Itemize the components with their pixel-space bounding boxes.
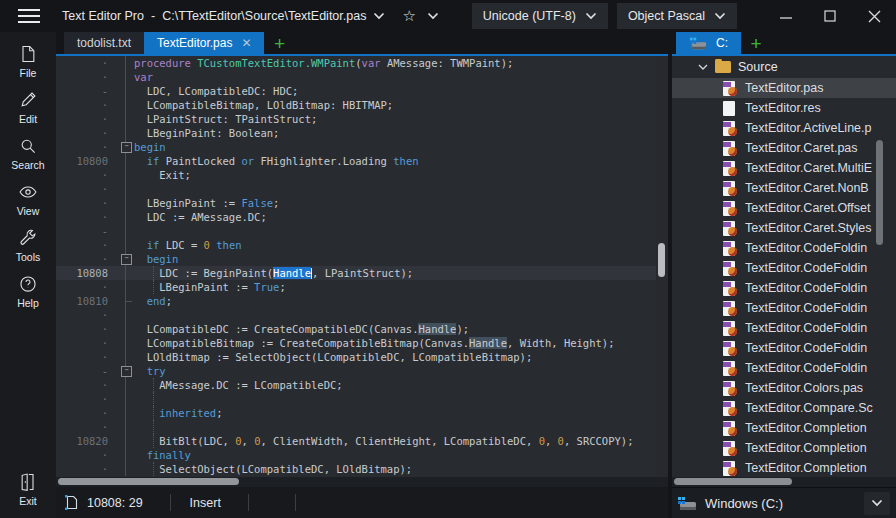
tab-close-icon[interactable]: ✕ <box>241 37 251 49</box>
code-line[interactable]: - LDC, LCompatibleDC: HDC; <box>56 84 656 98</box>
file-item[interactable]: TextEditor.Completion <box>672 458 896 477</box>
code-line[interactable]: · <box>56 420 656 434</box>
code-line[interactable]: · inherited; <box>56 406 656 420</box>
code-line[interactable]: · LBeginPaint := False; <box>56 196 656 210</box>
code-text: LBeginPaint: Boolean; <box>134 126 279 140</box>
code-line[interactable]: - try <box>56 364 656 378</box>
file-item[interactable]: TextEditor.CodeFoldin <box>672 338 896 358</box>
file-item[interactable]: TextEditor.Caret.NonB <box>672 178 896 198</box>
drive-selector[interactable]: Windows (C:) <box>672 487 896 518</box>
code-line[interactable]: · <box>56 182 656 196</box>
file-item[interactable]: TextEditor.CodeFoldin <box>672 238 896 258</box>
code-line[interactable]: ·var <box>56 70 656 84</box>
code-line[interactable]: · AMessage.DC := LCompatibleDC; <box>56 378 656 392</box>
line-number: · <box>56 168 118 182</box>
code-line[interactable]: · <box>56 308 656 322</box>
tab-drive-c[interactable]: C: <box>676 32 741 54</box>
code-fold-marker[interactable] <box>118 252 134 266</box>
code-line[interactable]: - <box>56 224 656 238</box>
code-text: AMessage.DC := LCompatibleDC; <box>134 378 343 392</box>
file-item[interactable]: TextEditor.Colors.pas <box>672 378 896 398</box>
file-item[interactable]: TextEditor.pas <box>672 78 896 98</box>
tab-todolist[interactable]: todolist.txt <box>64 32 144 54</box>
editor-vertical-scrollbar[interactable] <box>656 56 668 477</box>
code-editor[interactable]: ·procedure TCustomTextEditor.WMPaint(var… <box>56 56 656 477</box>
code-line[interactable]: · if LDC = 0 then <box>56 238 656 252</box>
code-line[interactable]: · finally <box>56 448 656 462</box>
code-line[interactable]: ·procedure TCustomTextEditor.WMPaint(var… <box>56 56 656 70</box>
chevron-down-icon[interactable] <box>373 12 385 20</box>
code-line[interactable]: 10808 LDC := BeginPaint(Handle, LPaintSt… <box>56 266 656 280</box>
file-item[interactable]: TextEditor.Caret.Offset <box>672 198 896 218</box>
code-line[interactable]: · LCompatibleDC := CreateCompatibleDC(Ca… <box>56 322 656 336</box>
encoding-selector[interactable]: Unicode (UTF-8) <box>472 3 608 29</box>
chevron-down-icon[interactable] <box>427 12 439 20</box>
file-item[interactable]: TextEditor.CodeFoldin <box>672 358 896 378</box>
sidebar-item-exit[interactable]: Exit <box>0 466 56 512</box>
file-item[interactable]: TextEditor.ActiveLine.p <box>672 118 896 138</box>
code-line[interactable]: · SelectObject(LCompatibleDC, LOldBitmap… <box>56 462 656 476</box>
file-item[interactable]: TextEditor.CodeFoldin <box>672 258 896 278</box>
code-text: LCompatibleBitmap := CreateCompatibleBit… <box>134 336 614 350</box>
file-item[interactable]: TextEditor.CodeFoldin <box>672 318 896 338</box>
tab-texteditor-pas[interactable]: TextEditor.pas ✕ <box>144 32 264 54</box>
file-item[interactable]: TextEditor.res <box>672 98 896 118</box>
sidebar-item-file[interactable]: File <box>0 38 56 84</box>
maximize-button[interactable] <box>808 0 852 32</box>
file-item[interactable]: TextEditor.CodeFoldin <box>672 298 896 318</box>
code-fold-marker[interactable] <box>118 364 134 378</box>
code-line[interactable]: · Exit; <box>56 168 656 182</box>
chevron-down-icon <box>871 499 883 507</box>
file-item[interactable]: TextEditor.CodeFoldin <box>672 278 896 298</box>
folder-source[interactable]: Source <box>672 56 896 78</box>
scrollbar-thumb[interactable] <box>674 478 792 485</box>
scrollbar-thumb[interactable] <box>658 243 665 277</box>
file-item[interactable]: TextEditor.Completion <box>672 438 896 458</box>
code-line[interactable]: · LBeginPaint: Boolean; <box>56 126 656 140</box>
code-text: begin <box>134 252 178 266</box>
drive-selector-dropdown-button[interactable] <box>864 492 890 515</box>
menu-icon[interactable] <box>18 9 40 23</box>
sidebar-item-tools[interactable]: Tools <box>0 222 56 268</box>
file-item[interactable]: TextEditor.Completion <box>672 418 896 438</box>
line-number: 10820 <box>56 434 118 448</box>
code-fold-marker[interactable] <box>118 140 134 154</box>
scrollbar-thumb[interactable] <box>58 478 239 485</box>
code-line[interactable]: · <box>56 392 656 406</box>
favorite-star-icon[interactable]: ☆ <box>402 7 415 25</box>
code-fold-line <box>118 56 134 70</box>
file-name: TextEditor.pas <box>745 81 824 95</box>
new-explorer-tab-button[interactable]: + <box>741 32 771 54</box>
sidebar-item-search[interactable]: Search <box>0 130 56 176</box>
line-number: · <box>56 280 118 294</box>
code-line[interactable]: · begin <box>56 252 656 266</box>
sidebar-item-help[interactable]: Help <box>0 268 56 314</box>
code-line[interactable]: · LCompatibleBitmap := CreateCompatibleB… <box>56 336 656 350</box>
code-line[interactable]: · LDC := AMessage.DC; <box>56 210 656 224</box>
code-line[interactable]: 10800 if PaintLocked or FHighlighter.Loa… <box>56 154 656 168</box>
explorer-horizontal-scrollbar[interactable] <box>672 477 896 487</box>
minimize-button[interactable] <box>764 0 808 32</box>
file-item[interactable]: TextEditor.Caret.pas <box>672 138 896 158</box>
file-item[interactable]: TextEditor.Caret.Styles <box>672 218 896 238</box>
code-line[interactable]: · LBeginPaint := True; <box>56 280 656 294</box>
code-text: try <box>134 364 166 378</box>
language-selector[interactable]: Object Pascal <box>617 3 737 29</box>
code-line[interactable]: · LPaintStruct: TPaintStruct; <box>56 112 656 126</box>
code-line[interactable]: ·begin <box>56 140 656 154</box>
code-line[interactable]: 10810 end; <box>56 294 656 308</box>
explorer-vertical-scrollbar[interactable] <box>876 140 883 245</box>
file-name: TextEditor.CodeFoldin <box>745 301 867 315</box>
file-item[interactable]: TextEditor.Compare.Sc <box>672 398 896 418</box>
code-text: procedure TCustomTextEditor.WMPaint(var … <box>134 56 513 70</box>
code-line[interactable]: · LCompatibleBitmap, LOldBitmap: HBITMAP… <box>56 98 656 112</box>
sidebar-item-view[interactable]: View <box>0 176 56 222</box>
code-line[interactable]: 10820 BitBlt(LDC, 0, 0, ClientWidth, Cli… <box>56 434 656 448</box>
code-text: end; <box>134 294 172 308</box>
file-item[interactable]: TextEditor.Caret.MultiE <box>672 158 896 178</box>
editor-horizontal-scrollbar[interactable] <box>56 477 668 487</box>
code-line[interactable]: · LOldBitmap := SelectObject(LCompatible… <box>56 350 656 364</box>
new-tab-button[interactable]: + <box>264 32 294 54</box>
sidebar-item-edit[interactable]: Edit <box>0 84 56 130</box>
close-button[interactable] <box>852 0 896 32</box>
